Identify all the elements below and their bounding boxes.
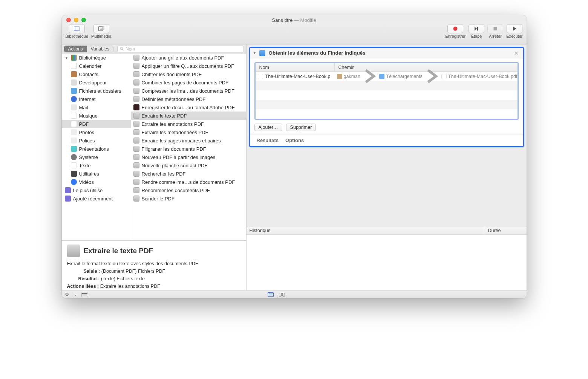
search-input[interactable]: Nom [117,46,244,52]
category-list[interactable]: ▼ Bibliothèque CalendrierContactsDévelop… [62,53,131,240]
svg-rect-10 [82,295,87,295]
action-card-header: ▼ Obtenir les éléments du Finder indiqué… [250,48,523,58]
workflow-canvas[interactable]: ▼ Obtenir les éléments du Finder indiqué… [247,44,527,226]
remove-action-button[interactable]: ✕ [513,50,520,56]
action-list-item[interactable]: Scinder le PDF [131,194,246,203]
action-list-item[interactable]: Nouveau PDF à partir des images [131,153,246,161]
category-icon [71,96,77,102]
log-duration-column[interactable]: Durée [485,226,527,234]
action-list-item[interactable]: Ajouter une grille aux documents PDF [131,53,246,62]
library-root[interactable]: ▼ Bibliothèque [62,53,131,62]
category-photos[interactable]: Photos [62,128,131,136]
action-output-row: Résultat : (Texte) Fichiers texte [67,276,241,281]
category-icon [71,104,77,110]
action-large-icon [67,245,80,257]
chevron-right-icon [362,68,378,84]
action-list-item[interactable]: Enregistrer le docu…au format Adobe PDF [131,103,246,112]
category-calendrier[interactable]: Calendrier [62,62,131,70]
disclosure-triangle-icon[interactable]: ▼ [253,51,257,55]
category-d-veloppeur[interactable]: Développeur [62,78,131,87]
action-list-item[interactable]: Extraire les pages impaires et paires [131,136,246,145]
category-contacts[interactable]: Contacts [62,70,131,78]
minimize-window-button[interactable] [74,18,78,22]
gear-icon[interactable]: ⚙︎ [65,292,69,297]
media-button[interactable] [93,24,109,33]
action-list-item[interactable]: Définir les métadonnées PDF [131,95,246,103]
action-label: Extraire les annotations PDF [142,121,204,127]
smartfolder-item[interactable]: Ajouté récemment [62,194,131,203]
statusbar: ⚙︎ ⌄ [62,290,527,298]
run-button[interactable] [507,24,522,33]
toolbar-library-label: Bibliothèque [66,34,89,38]
category-syst-me[interactable]: Système [62,153,131,161]
category-pr-sentations[interactable]: Présentations [62,145,131,153]
automator-action-icon [133,154,139,160]
action-title: Extraire le texte PDF [84,247,153,255]
library-header: Actions Variables Nom [62,44,246,53]
stop-button[interactable] [487,24,503,33]
action-list[interactable]: Ajouter une grille aux documents PDFAppl… [131,53,246,240]
options-tab[interactable]: Options [285,138,304,143]
remove-file-button[interactable]: Supprimer [286,124,316,131]
zoom-window-button[interactable] [81,18,86,22]
chevron-up-down-icon[interactable]: ⌄ [74,292,77,296]
tab-actions[interactable]: Actions [64,46,87,52]
category-icon [71,138,77,144]
action-list-item[interactable]: Nouvelle planche contact PDF [131,161,246,170]
category-fichiers-et-dossiers[interactable]: Fichiers et dossiers [62,87,131,95]
column-name-header[interactable]: Nom [256,63,335,71]
action-label: Combiner les pages de documents PDF [142,80,229,86]
automator-action-icon [133,121,139,127]
tab-variables[interactable]: Variables [87,46,113,52]
library-tabs: Actions Variables [64,46,114,52]
view-flow-button[interactable] [279,292,285,297]
action-list-item[interactable]: Chiffrer les documents PDF [131,70,246,78]
category-musique[interactable]: Musique [62,112,131,120]
action-label: Rechercher les PDF [142,171,186,177]
action-list-item[interactable]: Extraire les métadonnées PDF [131,128,246,136]
view-list-button[interactable] [267,292,274,297]
category-texte[interactable]: Texte [62,161,131,170]
action-list-item[interactable]: Extraire les annotations PDF [131,120,246,128]
close-window-button[interactable] [66,18,71,22]
body: Actions Variables Nom ▼ Bibliothèque Cal… [62,44,527,290]
toggle-library-button[interactable] [69,24,85,33]
log-history-column[interactable]: Historique [247,226,485,234]
automator-action-icon [133,104,139,110]
add-file-button[interactable]: Ajouter… [254,124,282,131]
category-polices[interactable]: Polices [62,136,131,145]
action-list-item[interactable]: Renommer les documents PDF [131,186,246,194]
action-list-item[interactable]: Combiner les pages de documents PDF [131,78,246,87]
smartfolder-item[interactable]: Le plus utilisé [62,186,131,194]
action-card-title: Obtenir les éléments du Finder indiqués [268,50,365,56]
category-mail[interactable]: Mail [62,103,131,112]
action-list-item[interactable]: Compresser les ima…des documents PDF [131,87,246,95]
automator-action-icon [133,196,139,202]
file-row[interactable]: The-Ultimate-Mac-User-Book.pgakmanTéléch… [256,72,518,81]
action-list-item[interactable]: Appliquer un filtre Q…aux documents PDF [131,62,246,70]
action-related-row: Actions liées : Extraire les annotations… [67,284,241,289]
action-list-item[interactable]: Rendre comme ima…s de documents PDF [131,178,246,186]
action-list-item[interactable]: Filigraner les documents PDF [131,145,246,153]
record-button[interactable] [447,24,463,33]
smartfolder-icon [65,187,71,193]
file-row-empty [256,90,518,100]
category-internet[interactable]: Internet [62,95,131,103]
file-table[interactable]: Nom Chemin The-Ultimate-Mac-User-Book.pg… [254,62,519,120]
disclosure-triangle-icon[interactable]: ▼ [65,56,69,60]
action-list-item[interactable]: Rechercher les PDF [131,170,246,178]
library-icon [71,55,77,61]
category-utilitaires[interactable]: Utilitaires [62,170,131,178]
file-name: The-Ultimate-Mac-User-Book.p [265,74,331,79]
search-icon [120,47,124,51]
results-tab[interactable]: Résultats [257,138,279,143]
action-list-item[interactable]: Extraire le texte PDF [131,112,246,120]
log-toggle-button[interactable] [81,292,88,297]
category-pdf[interactable]: PDF [62,120,131,128]
category-icon [71,171,77,177]
step-button[interactable] [469,24,484,33]
home-icon [337,74,342,79]
smartfolder-label: Ajouté récemment [73,196,113,202]
category-vid-os[interactable]: Vidéos [62,178,131,186]
workflow-action-card[interactable]: ▼ Obtenir les éléments du Finder indiqué… [249,47,524,147]
